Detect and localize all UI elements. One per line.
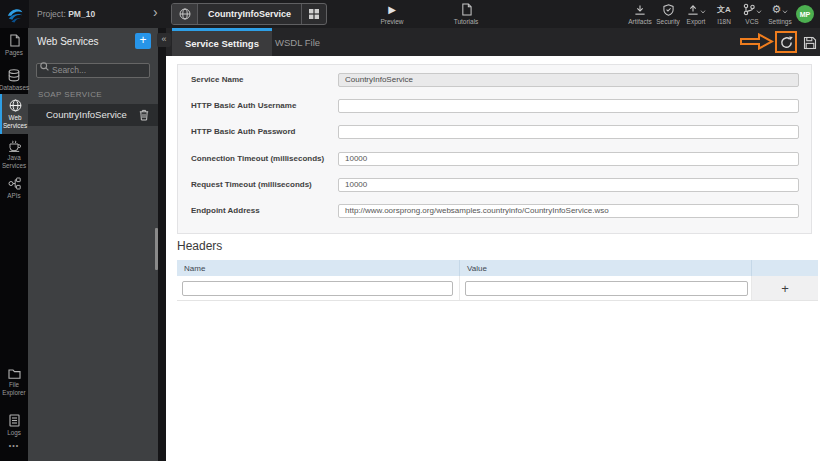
add-service-button[interactable]: + xyxy=(135,33,151,49)
field-label-request-timeout: Request Timeout (milliseconds) xyxy=(191,180,338,189)
sidebar-item-label: APIs xyxy=(7,192,20,200)
sidebar-item-apis[interactable]: APIs xyxy=(0,177,28,200)
connection-timeout-input[interactable] xyxy=(338,152,799,166)
tab-service-settings[interactable]: Service Settings xyxy=(172,28,272,56)
headers-section-title: Headers xyxy=(177,239,222,253)
settings-label: Settings xyxy=(768,18,792,25)
artifacts-label: Artifacts xyxy=(628,18,651,25)
preview-button[interactable]: ▶ Preview xyxy=(377,3,407,25)
collapse-panel-button[interactable]: « xyxy=(157,33,171,47)
i18n-label: I18N xyxy=(717,18,731,25)
globe-icon xyxy=(179,8,191,20)
project-breadcrumb: Project: PM_10 xyxy=(37,9,95,19)
upload-icon xyxy=(687,4,699,16)
sidebar-item-logs[interactable]: Logs xyxy=(0,414,28,437)
header-value-input[interactable] xyxy=(465,281,748,296)
export-button[interactable]: Export xyxy=(682,3,710,25)
tutorials-button[interactable]: Tutorials xyxy=(451,3,481,25)
settings-button[interactable]: ⚙ Settings xyxy=(766,3,794,25)
headers-table-header-row: Name Value xyxy=(177,260,818,276)
topbar-right-actions: Artifacts Security Export 文A I18N xyxy=(626,3,794,25)
trash-icon[interactable] xyxy=(139,109,149,121)
service-settings-form: Service Name HTTP Basic Auth Username HT… xyxy=(177,64,812,234)
reload-service-button[interactable] xyxy=(775,31,797,53)
project-label: Project: xyxy=(37,9,66,19)
database-icon xyxy=(8,69,20,82)
security-button[interactable]: Security xyxy=(654,3,682,25)
app-logo[interactable] xyxy=(0,0,29,28)
header-name-input[interactable] xyxy=(182,281,453,296)
service-tab[interactable]: CountryInfoService xyxy=(171,3,327,25)
search-input[interactable] xyxy=(36,63,150,78)
sidebar-item-file-explorer[interactable]: File Explorer xyxy=(0,368,28,396)
sidebar-item-web-services[interactable]: Web Services xyxy=(0,94,28,134)
sidebar-item-label: Databases xyxy=(0,84,29,92)
annotation-arrow xyxy=(740,33,774,50)
vcs-label: VCS xyxy=(745,18,758,25)
service-name-input xyxy=(338,73,799,87)
auth-password-input[interactable] xyxy=(338,125,799,139)
sidebar-item-label: File Explorer xyxy=(0,381,28,396)
api-connector-icon xyxy=(8,177,21,190)
artifacts-button[interactable]: Artifacts xyxy=(626,3,654,25)
add-header-button[interactable]: + xyxy=(781,282,789,295)
sidebar-item-java-services[interactable]: Java Services xyxy=(0,140,28,169)
save-floppy-icon xyxy=(803,36,817,50)
globe-icon xyxy=(9,99,22,112)
field-label-endpoint-address: Endpoint Address xyxy=(191,206,338,215)
coffee-icon xyxy=(8,140,21,152)
translate-icon: 文A xyxy=(717,3,731,16)
web-services-panel: Web Services + SOAP SERVICE CountryInfoS… xyxy=(28,28,158,461)
sidebar-item-label: Pages xyxy=(5,49,23,57)
service-tab-name: CountryInfoService xyxy=(198,4,301,24)
sidebar-item-label: Web Services xyxy=(2,114,28,129)
endpoint-address-input[interactable] xyxy=(338,204,799,218)
panel-title: Web Services xyxy=(37,36,135,47)
field-label-service-name: Service Name xyxy=(191,75,338,84)
field-label-connection-timeout: Connection Timeout (milliseconds) xyxy=(191,154,338,163)
service-list-item[interactable]: CountryInfoService xyxy=(28,104,158,126)
service-name-text: CountryInfoService xyxy=(46,109,139,120)
column-header-value: Value xyxy=(460,260,752,276)
chevron-right-icon: › xyxy=(153,4,158,20)
chevron-down-icon xyxy=(782,10,788,14)
top-bar: Project: PM_10 › CountryInfoService ▶ Pr… xyxy=(0,0,820,28)
folder-icon xyxy=(8,368,21,379)
sidebar-item-label: Java Services xyxy=(0,154,28,169)
panel-scrollbar-thumb[interactable] xyxy=(155,228,158,270)
soap-service-section-label: SOAP SERVICE xyxy=(28,78,158,104)
editor-tab-bar: Service Settings WSDL File xyxy=(166,28,820,56)
more-menu-button[interactable]: ••• xyxy=(0,442,28,449)
sidebar-item-label: Logs xyxy=(7,429,21,437)
project-name: PM_10 xyxy=(68,9,95,19)
gear-icon: ⚙ xyxy=(772,3,782,16)
headers-table-row: + xyxy=(177,276,818,300)
column-header-actions xyxy=(752,260,818,276)
sidebar-item-databases[interactable]: Databases xyxy=(0,69,28,92)
security-label: Security xyxy=(656,18,679,25)
service-switcher-button[interactable] xyxy=(301,4,326,24)
play-icon: ▶ xyxy=(388,4,396,16)
chevron-down-icon xyxy=(700,10,706,14)
headers-table: Name Value + xyxy=(177,260,818,301)
user-avatar[interactable]: MP xyxy=(796,5,814,23)
branch-icon xyxy=(743,3,755,16)
vcs-button[interactable]: VCS xyxy=(738,3,766,25)
search-icon xyxy=(40,62,49,71)
shield-icon xyxy=(663,4,674,16)
download-icon xyxy=(634,4,646,16)
page-icon xyxy=(9,34,20,47)
preview-label: Preview xyxy=(380,18,403,25)
grid-icon xyxy=(309,9,319,19)
left-rail: Pages Databases Web Services Java Servic… xyxy=(0,28,28,461)
chevron-down-icon xyxy=(756,10,762,14)
auth-username-input[interactable] xyxy=(338,99,799,113)
wavemaker-logo-icon xyxy=(6,5,24,23)
save-button[interactable] xyxy=(802,35,817,50)
field-label-auth-username: HTTP Basic Auth Username xyxy=(191,101,338,110)
i18n-button[interactable]: 文A I18N xyxy=(710,3,738,25)
tab-wsdl-file[interactable]: WSDL File xyxy=(264,28,331,56)
request-timeout-input[interactable] xyxy=(338,178,799,192)
sidebar-item-pages[interactable]: Pages xyxy=(0,34,28,57)
column-header-name: Name xyxy=(177,260,460,276)
